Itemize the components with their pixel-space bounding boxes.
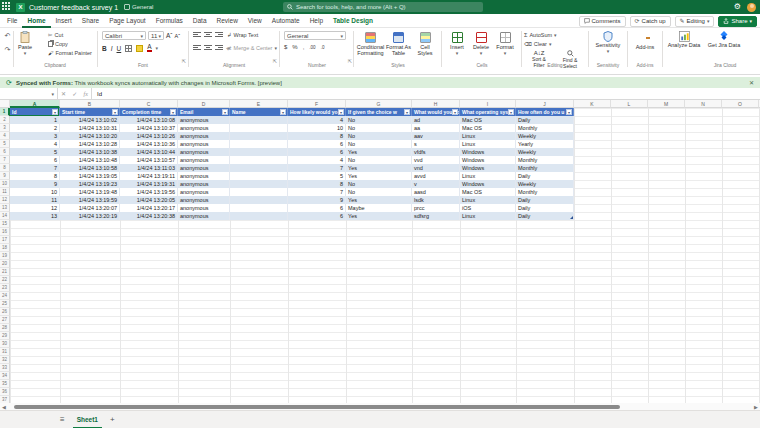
table-cell[interactable]: 7 <box>288 188 346 196</box>
settings-gear-icon[interactable]: ⚙ <box>734 0 741 14</box>
table-cell[interactable]: 10 <box>288 124 346 132</box>
table-cell[interactable]: No <box>346 188 412 196</box>
table-cell[interactable]: Monthly <box>516 188 574 196</box>
table-cell[interactable]: 6 <box>288 204 346 212</box>
table-header-cell[interactable]: If given the choice w <box>346 108 412 116</box>
app-launcher-icon[interactable] <box>2 2 12 12</box>
row-header-12[interactable]: 12 <box>0 196 10 204</box>
column-header-G[interactable]: G <box>346 100 412 108</box>
sensitivity-label-badge[interactable]: General <box>124 4 153 10</box>
table-cell[interactable]: Yes <box>346 196 412 204</box>
table-cell[interactable]: 6 <box>288 140 346 148</box>
table-cell[interactable]: aav <box>412 132 460 140</box>
filter-dropdown-icon[interactable]: ▾ <box>112 109 118 115</box>
row-header-15[interactable]: 15 <box>0 220 10 228</box>
table-cell[interactable]: 1/4/24 13:19:05 <box>60 172 120 180</box>
table-cell[interactable]: 1/4/24 13:20:17 <box>120 204 178 212</box>
table-cell[interactable] <box>230 132 288 140</box>
table-cell[interactable]: 1/4/24 13:19:48 <box>60 188 120 196</box>
tab-file[interactable]: File <box>2 14 22 28</box>
table-cell[interactable]: No <box>346 116 412 124</box>
filter-dropdown-icon[interactable]: ▾ <box>52 109 58 115</box>
align-left-icon[interactable] <box>193 44 201 51</box>
share-button[interactable]: Share ▾ <box>718 16 757 27</box>
table-cell[interactable]: anonymous <box>178 140 230 148</box>
table-cell[interactable]: vnd <box>412 164 460 172</box>
column-header-K[interactable]: K <box>574 100 611 108</box>
borders-button[interactable] <box>125 45 132 52</box>
table-cell[interactable] <box>230 204 288 212</box>
tab-insert[interactable]: Insert <box>51 14 77 28</box>
table-cell[interactable] <box>230 188 288 196</box>
table-cell[interactable]: No <box>346 140 412 148</box>
tab-formulas[interactable]: Formulas <box>151 14 188 28</box>
table-cell[interactable]: 4 <box>288 116 346 124</box>
get-jira-data-button[interactable]: Get Jira Data <box>707 31 741 48</box>
font-dialog-launcher-icon[interactable]: ⇱ <box>182 58 186 64</box>
row-header-22[interactable]: 22 <box>0 276 10 284</box>
table-cell[interactable]: 7 <box>10 164 60 172</box>
tab-review[interactable]: Review <box>212 14 243 28</box>
table-cell[interactable]: Windows <box>460 180 516 188</box>
table-cell[interactable]: lsdk <box>412 196 460 204</box>
table-cell[interactable]: vvd <box>412 156 460 164</box>
table-cell[interactable]: 1/4/24 13:10:37 <box>120 124 178 132</box>
table-cell[interactable]: aa <box>412 124 460 132</box>
table-cell[interactable]: sdfsrg <box>412 212 460 220</box>
table-cell[interactable]: 1/4/24 13:20:19 <box>60 212 120 220</box>
decrease-decimal-button[interactable]: .0 <box>321 45 325 50</box>
table-cell[interactable]: iOS <box>460 204 516 212</box>
table-cell[interactable]: No <box>346 132 412 140</box>
table-cell[interactable]: No <box>346 180 412 188</box>
table-cell[interactable]: 1/4/24 13:10:58 <box>60 164 120 172</box>
tab-home[interactable]: Home <box>22 14 50 28</box>
table-cell[interactable]: Windows <box>460 156 516 164</box>
table-cell[interactable]: 1/4/24 13:11:03 <box>120 164 178 172</box>
sheet-list-icon[interactable]: ≡ <box>60 415 65 424</box>
row-header-11[interactable]: 11 <box>0 188 10 196</box>
row-header-16[interactable]: 16 <box>0 228 10 236</box>
table-cell[interactable]: Yes <box>346 164 412 172</box>
row-header-31[interactable]: 31 <box>0 348 10 356</box>
autosum-button[interactable]: ΣAutoSum▾ <box>524 32 557 38</box>
document-title[interactable]: Customer feedback survey 1 <box>29 4 118 11</box>
column-header-D[interactable]: D <box>178 100 230 108</box>
column-header-J[interactable]: J <box>516 100 574 108</box>
row-header-30[interactable]: 30 <box>0 340 10 348</box>
row-header-24[interactable]: 24 <box>0 292 10 300</box>
table-cell[interactable]: 11 <box>10 196 60 204</box>
row-header-13[interactable]: 13 <box>0 204 10 212</box>
table-cell[interactable]: Mac OS <box>460 124 516 132</box>
table-cell[interactable]: 6 <box>10 156 60 164</box>
row-header-7[interactable]: 7 <box>0 156 10 164</box>
row-header-10[interactable]: 10 <box>0 180 10 188</box>
percent-format-button[interactable]: % <box>292 44 297 50</box>
table-cell[interactable]: anonymous <box>178 124 230 132</box>
column-header-L[interactable]: L <box>611 100 648 108</box>
scrollbar-thumb[interactable] <box>14 405 620 409</box>
conditional-formatting-button[interactable]: Conditional Formatting <box>357 31 384 56</box>
row-header-35[interactable]: 35 <box>0 380 10 388</box>
table-cell[interactable]: Mac OS <box>460 116 516 124</box>
row-header-28[interactable]: 28 <box>0 324 10 332</box>
scroll-left-icon[interactable]: ◀ <box>0 404 8 410</box>
font-size-select[interactable]: 11▾ <box>148 31 164 40</box>
insert-function-icon[interactable]: fx <box>84 91 88 97</box>
row-header-34[interactable]: 34 <box>0 372 10 380</box>
filter-dropdown-icon[interactable]: ▾ <box>452 109 458 115</box>
tab-automate[interactable]: Automate <box>267 14 305 28</box>
table-cell[interactable]: Monthly <box>516 156 574 164</box>
row-header-14[interactable]: 14 <box>0 212 10 220</box>
row-header-23[interactable]: 23 <box>0 284 10 292</box>
bold-button[interactable]: B <box>102 45 107 52</box>
table-cell[interactable]: s <box>412 140 460 148</box>
fill-color-button[interactable] <box>136 45 143 52</box>
table-cell[interactable]: Maybe <box>346 204 412 212</box>
clear-button[interactable]: ⌫Clear▾ <box>524 41 551 47</box>
table-cell[interactable]: anonymous <box>178 196 230 204</box>
table-cell[interactable]: Yes <box>346 212 412 220</box>
table-cell[interactable]: 9 <box>288 196 346 204</box>
table-cell[interactable]: 6 <box>288 148 346 156</box>
table-cell[interactable]: 1/4/24 13:19:23 <box>60 180 120 188</box>
filter-dropdown-icon[interactable]: ▾ <box>566 109 572 115</box>
